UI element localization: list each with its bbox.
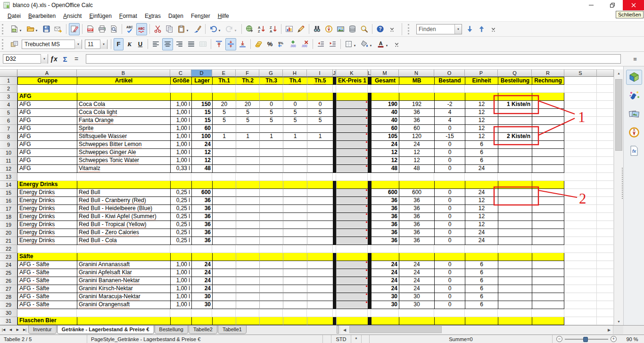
- print-button[interactable]: [97, 23, 107, 35]
- cell-R27[interactable]: [532, 285, 564, 293]
- cell-I26[interactable]: [307, 277, 333, 285]
- cell-J11[interactable]: [333, 157, 336, 165]
- cell-H17[interactable]: [283, 205, 307, 213]
- cell-C15[interactable]: 0,25 l: [170, 189, 191, 197]
- cell-T24[interactable]: [597, 261, 614, 269]
- cell-M2[interactable]: [371, 85, 399, 93]
- cell-O18[interactable]: 0: [434, 213, 465, 221]
- cell-G2[interactable]: [259, 85, 283, 93]
- cell-B6[interactable]: Fanta Orange: [77, 117, 170, 125]
- cell-Q6[interactable]: [498, 117, 532, 125]
- cell-S24[interactable]: [564, 261, 597, 269]
- cell-D31[interactable]: [191, 317, 212, 325]
- cell-G19[interactable]: [259, 221, 283, 229]
- function-wizard-button[interactable]: ƒx: [48, 54, 59, 64]
- cell-S10[interactable]: [564, 149, 597, 157]
- cell-T4[interactable]: [597, 101, 614, 109]
- row-header-29[interactable]: 29: [0, 301, 17, 309]
- cell-K24[interactable]: [336, 261, 368, 269]
- cell-R5[interactable]: [532, 109, 564, 117]
- column-header-D[interactable]: D: [191, 69, 212, 77]
- cell-D2[interactable]: [191, 85, 212, 93]
- cell-I22[interactable]: [307, 245, 333, 253]
- cell-B23[interactable]: [77, 253, 170, 261]
- cell-Q21[interactable]: [498, 237, 532, 245]
- cell-K23[interactable]: [336, 253, 368, 261]
- cell-O6[interactable]: 4: [434, 117, 465, 125]
- cell-F10[interactable]: [236, 149, 259, 157]
- cell-B5[interactable]: Coca Cola light: [77, 109, 170, 117]
- cell-J26[interactable]: [333, 277, 336, 285]
- cell-H11[interactable]: [283, 157, 307, 165]
- undo-button[interactable]: ▼: [208, 23, 223, 35]
- cell-F31[interactable]: [236, 317, 259, 325]
- cell-P25[interactable]: 6: [465, 269, 498, 277]
- cell-D24[interactable]: 24: [191, 261, 212, 269]
- cell-B25[interactable]: Granini Apfelsaft Klar: [77, 269, 170, 277]
- cell-T23[interactable]: [597, 253, 614, 261]
- row-header-9[interactable]: 9: [0, 141, 17, 149]
- cell-G25[interactable]: [259, 269, 283, 277]
- align-bottom-button[interactable]: [237, 38, 248, 50]
- cell-I27[interactable]: [307, 285, 333, 293]
- cell-D14[interactable]: [191, 181, 212, 189]
- cell-T21[interactable]: [597, 237, 614, 245]
- sheet-tab-2[interactable]: Bestellung: [155, 326, 188, 334]
- cell-O2[interactable]: [434, 85, 465, 93]
- cell-R11[interactable]: [532, 157, 564, 165]
- font-size-dropdown-arrow[interactable]: ▼: [100, 40, 107, 49]
- cell-P15[interactable]: 24: [465, 189, 498, 197]
- cell-L23[interactable]: [368, 253, 371, 261]
- cell-K19[interactable]: [336, 221, 368, 229]
- cell-O26[interactable]: 0: [434, 277, 465, 285]
- cell-J8[interactable]: [333, 133, 336, 141]
- cell-S2[interactable]: [564, 85, 597, 93]
- currency-button[interactable]: [253, 38, 264, 50]
- cell-N6[interactable]: 36: [399, 117, 434, 125]
- cell-A7[interactable]: AFG: [17, 125, 77, 133]
- cell-M24[interactable]: 24: [371, 261, 399, 269]
- cell-T29[interactable]: [597, 301, 614, 309]
- cell-P16[interactable]: 12: [465, 197, 498, 205]
- find-overflow-button[interactable]: [488, 23, 499, 35]
- cell-E13[interactable]: [212, 173, 236, 181]
- cell-D21[interactable]: 36: [191, 237, 212, 245]
- cell-S15[interactable]: [564, 189, 597, 197]
- cell-F26[interactable]: [236, 277, 259, 285]
- cell-J31[interactable]: [333, 317, 336, 325]
- cell-H22[interactable]: [283, 245, 307, 253]
- cell-M25[interactable]: 24: [371, 269, 399, 277]
- cell-F25[interactable]: [236, 269, 259, 277]
- cell-K2[interactable]: [336, 85, 368, 93]
- cell-S5[interactable]: [564, 109, 597, 117]
- cell-T5[interactable]: [597, 109, 614, 117]
- cell-R26[interactable]: [532, 277, 564, 285]
- cell-H8[interactable]: 1: [283, 133, 307, 141]
- cell-L29[interactable]: [368, 301, 371, 309]
- cell-K17[interactable]: [336, 205, 368, 213]
- cell-M4[interactable]: 190: [371, 101, 399, 109]
- cell-L30[interactable]: [368, 309, 371, 317]
- cell-H1[interactable]: Th.4: [283, 77, 307, 85]
- font-color-button[interactable]: A▼: [375, 38, 390, 50]
- cell-O3[interactable]: [434, 93, 465, 101]
- cell-N12[interactable]: 48: [399, 165, 434, 173]
- cell-T7[interactable]: [597, 125, 614, 133]
- cell-F9[interactable]: [236, 141, 259, 149]
- row-header-6[interactable]: 6: [0, 117, 17, 125]
- cell-P18[interactable]: 12: [465, 213, 498, 221]
- cell-J7[interactable]: [333, 125, 336, 133]
- cell-G15[interactable]: [259, 189, 283, 197]
- cell-C23[interactable]: [170, 253, 191, 261]
- cell-Q1[interactable]: Bestellung: [498, 77, 532, 85]
- cell-R9[interactable]: [532, 141, 564, 149]
- decrease-indent-button[interactable]: [315, 38, 326, 50]
- cell-B3[interactable]: [77, 93, 170, 101]
- font-color-dropdown-arrow[interactable]: ▼: [385, 41, 389, 47]
- cell-N17[interactable]: 36: [399, 205, 434, 213]
- cell-H13[interactable]: [283, 173, 307, 181]
- cell-T16[interactable]: [597, 197, 614, 205]
- cell-C2[interactable]: [170, 85, 191, 93]
- cell-H3[interactable]: [283, 93, 307, 101]
- cell-M7[interactable]: 60: [371, 125, 399, 133]
